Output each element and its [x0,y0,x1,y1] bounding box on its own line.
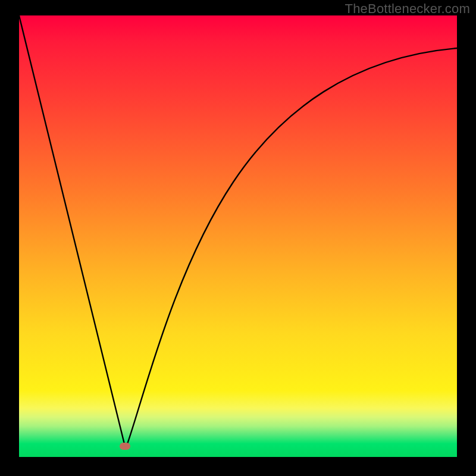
bottleneck-curve [19,15,457,457]
plot-area [19,15,457,457]
chart-frame: TheBottlenecker.com [0,0,476,476]
curve-path [19,15,457,446]
watermark-text: TheBottlenecker.com [345,1,470,17]
optimal-marker [120,443,130,450]
